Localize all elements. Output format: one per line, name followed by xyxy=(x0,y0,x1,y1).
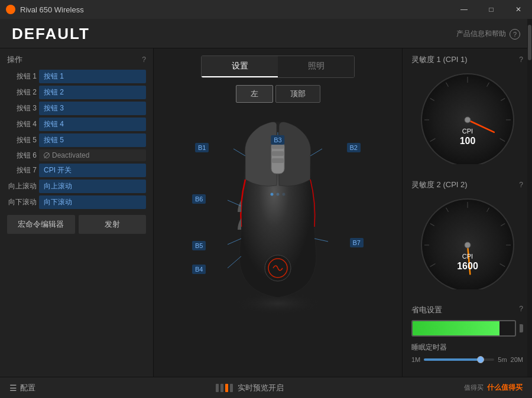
btn7-value[interactable]: CPI 开关 xyxy=(39,164,146,177)
battery-help[interactable]: ? xyxy=(519,305,523,315)
left-panel-header: 操作 ? xyxy=(7,54,146,65)
right-panel: 灵敏度 1 (CPI 1) ? xyxy=(402,48,532,377)
battery-section: 省电设置 ? 睡眠定时器 1M 5m xyxy=(411,305,523,363)
preview-dots xyxy=(216,384,233,392)
button-row-7: 按钮 7 CPI 开关 xyxy=(7,164,146,177)
svg-point-42 xyxy=(465,242,471,248)
mouse-label-b3[interactable]: B3 xyxy=(271,135,284,145)
view-buttons: 左 顶部 xyxy=(236,85,320,103)
close-button[interactable]: ✕ xyxy=(505,0,532,19)
cpi1-title: 灵敏度 1 (CPI 1) xyxy=(411,54,468,65)
macro-editor-button[interactable]: 宏命令编辑器 xyxy=(7,215,75,234)
bottom-center: 实时预览开启 xyxy=(216,383,284,393)
mouse-label-b2[interactable]: B2 xyxy=(347,143,361,152)
sleep-slider-fill xyxy=(424,358,480,361)
sleep-slider-row: 1M 5m 20M xyxy=(411,356,523,363)
scroll-down-label: 向下滚动 xyxy=(7,197,37,207)
button-row-5: 按钮 5 按钮 5 xyxy=(7,133,146,147)
mouse-label-b5[interactable]: B5 xyxy=(192,241,206,250)
button-row-1: 按钮 1 按钮 1 xyxy=(7,70,146,83)
svg-rect-2 xyxy=(272,144,284,149)
tab-settings[interactable]: 设置 xyxy=(202,56,278,77)
bottom-right: 值得买 什么值得买 xyxy=(464,383,523,393)
mouse-label-b1[interactable]: B1 xyxy=(195,143,209,152)
left-panel: 操作 ? 按钮 1 按钮 1 按钮 2 按钮 2 按钮 3 按钮 3 按钮 4 … xyxy=(0,48,154,377)
svg-text:CPI: CPI xyxy=(462,253,472,260)
maximize-button[interactable]: □ xyxy=(478,0,505,19)
scroll-up-row: 向上滚动 向上滚动 xyxy=(7,180,146,193)
bottom-left: ☰ 配置 xyxy=(9,383,35,393)
deactivated-icon xyxy=(44,152,50,158)
btn3-label: 按钮 3 xyxy=(7,103,37,113)
battery-title: 省电设置 ? xyxy=(411,305,523,315)
mouse-label-b7[interactable]: B7 xyxy=(350,238,364,247)
svg-line-14 xyxy=(228,239,241,244)
cpi1-section: 灵敏度 1 (CPI 1) ? xyxy=(411,54,523,170)
battery-bump xyxy=(520,324,523,332)
scrollbar[interactable] xyxy=(527,19,532,377)
cpi1-gauge[interactable]: CPI 100 xyxy=(417,70,518,170)
cpi2-section: 灵敏度 2 (CPI 2) ? xyxy=(411,180,523,295)
svg-text:CPI: CPI xyxy=(462,128,472,135)
button-row-3: 按钮 3 按钮 3 xyxy=(7,102,146,115)
middle-panel: 设置 照明 左 顶部 B1 B2 B3 B4 B5 B6 B7 xyxy=(154,48,402,377)
dot-4 xyxy=(230,384,233,392)
bottom-bar: ☰ 配置 实时预览开启 值得买 什么值得买 xyxy=(0,377,532,398)
scroll-down-row: 向下滚动 向下滚动 xyxy=(7,195,146,209)
cpi2-gauge[interactable]: CPI 1600 xyxy=(417,195,518,295)
battery-outer xyxy=(411,320,516,337)
minimize-button[interactable]: — xyxy=(450,0,478,19)
info-link[interactable]: 产品信息和帮助 xyxy=(456,29,506,39)
button-row-2: 按钮 2 按钮 2 xyxy=(7,86,146,99)
sleep-slider-thumb[interactable] xyxy=(477,356,484,363)
btn5-label: 按钮 5 xyxy=(7,135,37,145)
battery-fill xyxy=(413,321,499,335)
svg-text:1600: 1600 xyxy=(457,261,478,271)
config-button[interactable]: ☰ 配置 xyxy=(9,383,35,393)
view-left-button[interactable]: 左 xyxy=(236,85,273,103)
btn1-label: 按钮 1 xyxy=(7,71,37,81)
bottom-buttons: 宏命令编辑器 发射 xyxy=(7,215,146,234)
preview-label: 实时预览开启 xyxy=(238,383,284,393)
scrollbar-thumb[interactable] xyxy=(528,25,531,60)
svg-line-16 xyxy=(314,239,328,242)
btn1-value[interactable]: 按钮 1 xyxy=(39,70,146,83)
battery-label: 省电设置 xyxy=(411,305,442,315)
btn6-value[interactable]: Deactivated xyxy=(39,149,146,161)
btn4-value[interactable]: 按钮 4 xyxy=(39,118,146,131)
btn6-text: Deactivated xyxy=(52,151,89,159)
sleep-slider[interactable] xyxy=(424,358,494,361)
svg-point-28 xyxy=(465,117,471,123)
mouse-label-b6[interactable]: B6 xyxy=(192,194,206,204)
header: DEFAULT 产品信息和帮助 ? xyxy=(0,19,532,48)
btn5-value[interactable]: 按钮 5 xyxy=(39,133,146,147)
cpi1-help[interactable]: ? xyxy=(519,56,523,64)
btn6-label: 按钮 6 xyxy=(7,151,37,161)
actions-label: 操作 xyxy=(7,54,22,65)
watermark-logo: 什么值得买 xyxy=(487,383,523,393)
svg-rect-3 xyxy=(272,151,284,156)
cpi2-help[interactable]: ? xyxy=(519,181,523,189)
svg-line-15 xyxy=(228,200,241,206)
info-icon[interactable]: ? xyxy=(510,29,520,40)
svg-line-13 xyxy=(228,256,241,268)
mouse-label-b4[interactable]: B4 xyxy=(192,265,206,274)
button-row-4: 按钮 4 按钮 4 xyxy=(7,118,146,131)
btn3-value[interactable]: 按钮 3 xyxy=(39,102,146,115)
tab-lighting[interactable]: 照明 xyxy=(278,56,354,77)
battery-container xyxy=(411,320,523,337)
fire-button[interactable]: 发射 xyxy=(79,215,147,234)
main-window: DEFAULT 产品信息和帮助 ? 操作 ? 按钮 1 按钮 1 按钮 2 按钮… xyxy=(0,19,532,398)
view-top-button[interactable]: 顶部 xyxy=(275,85,320,103)
scroll-down-value[interactable]: 向下滚动 xyxy=(39,195,146,209)
svg-point-9 xyxy=(283,193,286,196)
btn2-value[interactable]: 按钮 2 xyxy=(39,86,146,99)
actions-help[interactable]: ? xyxy=(142,56,146,64)
btn7-label: 按钮 7 xyxy=(7,165,37,175)
mouse-area: B1 B2 B3 B4 B5 B6 B7 xyxy=(189,109,366,321)
cpi2-title: 灵敏度 2 (CPI 2) xyxy=(411,180,468,190)
scroll-up-value[interactable]: 向上滚动 xyxy=(39,180,146,193)
watermark-prefix: 值得买 xyxy=(464,383,484,392)
svg-point-8 xyxy=(277,193,280,196)
header-info: 产品信息和帮助 ? xyxy=(456,29,520,40)
